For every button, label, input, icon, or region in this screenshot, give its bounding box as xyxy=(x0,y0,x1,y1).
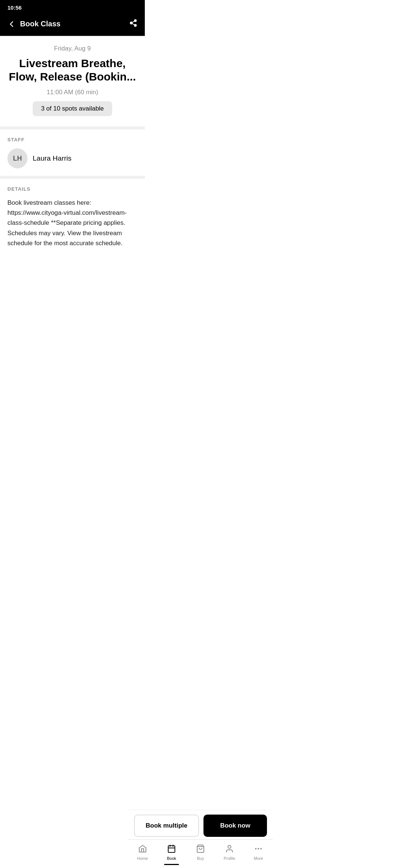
section-divider-2 xyxy=(0,176,145,179)
class-title: Livestream Breathe, Flow, Release (Booki… xyxy=(7,57,137,83)
nav-bar: Book Class xyxy=(0,14,145,36)
svg-line-3 xyxy=(132,23,134,25)
page-title: Book Class xyxy=(20,20,61,28)
staff-name: Laura Harris xyxy=(33,154,72,162)
svg-line-4 xyxy=(132,21,134,23)
class-header: Friday, Aug 9 Livestream Breathe, Flow, … xyxy=(0,36,145,126)
share-button[interactable] xyxy=(128,17,139,30)
staff-row: LH Laura Harris xyxy=(7,148,137,168)
staff-section-label: STAFF xyxy=(7,137,137,142)
status-bar: 10:56 xyxy=(0,0,145,14)
staff-avatar: LH xyxy=(7,148,27,168)
details-section: DETAILS Book livestream classes here: ht… xyxy=(0,179,145,256)
spots-available-badge: 3 of 10 spots available xyxy=(33,101,112,116)
back-button[interactable] xyxy=(6,19,17,30)
main-content: Friday, Aug 9 Livestream Breathe, Flow, … xyxy=(0,36,145,300)
staff-section: STAFF LH Laura Harris xyxy=(0,129,145,176)
details-section-label: DETAILS xyxy=(7,186,137,192)
details-text: Book livestream classes here: https://ww… xyxy=(7,198,137,248)
class-date: Friday, Aug 9 xyxy=(7,45,137,52)
class-time: 11:00 AM (60 min) xyxy=(7,89,137,96)
status-time: 10:56 xyxy=(7,4,22,11)
section-divider-1 xyxy=(0,126,145,129)
